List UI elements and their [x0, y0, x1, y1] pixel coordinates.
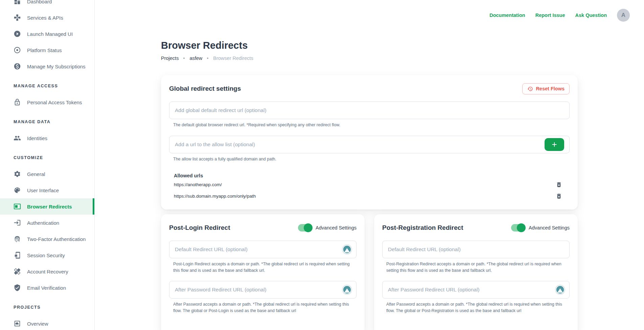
mountain-badge-icon[interactable]	[342, 285, 352, 295]
post-login-after-password-row	[169, 281, 356, 299]
sidebar-item-launch-managed-ui[interactable]: Launch Managed UI	[0, 26, 94, 42]
allowed-url-value: https://anotherapp.com/	[174, 182, 222, 187]
sidebar-item-label: Dashboard	[27, 0, 52, 4]
sidebar-section-manage-access: MANAGE ACCESS	[0, 78, 94, 94]
sidebar-item-services-apis[interactable]: Services & APIs	[0, 9, 94, 26]
sidebar-item-personal-access-tokens[interactable]: Personal Access Tokens	[0, 94, 94, 110]
post-registration-after-password-row	[382, 281, 570, 299]
advanced-settings-toggle[interactable]	[511, 224, 525, 232]
sidebar-item-label: General	[27, 171, 45, 177]
post-login-after-password-helper: After Password accepts a domain or path.…	[173, 301, 356, 314]
play-circle-icon	[14, 30, 21, 38]
mountain-badge-icon[interactable]	[555, 285, 565, 295]
documentation-link[interactable]: Documentation	[489, 13, 525, 18]
page-content: Browser Redirects Projects asfew Browser…	[161, 40, 578, 330]
sidebar: Dashboard Services & APIs Launch Managed…	[0, 0, 95, 330]
sidebar-item-manage-subscriptions[interactable]: Manage My Subscriptions	[0, 58, 94, 74]
sidebar-item-identities[interactable]: Identities	[0, 130, 94, 146]
gear-icon	[14, 170, 21, 178]
dashboard-icon	[14, 0, 21, 5]
sidebar-item-two-factor[interactable]: Two-Factor Authentication	[0, 231, 94, 247]
sidebar-item-label: Overview	[27, 321, 48, 327]
reset-flows-button[interactable]: Reset Flows	[522, 83, 570, 94]
breadcrumb-separator	[207, 58, 208, 59]
global-card-title: Global redirect settings	[169, 85, 241, 92]
sidebar-item-label: Authentication	[27, 220, 59, 226]
palette-icon	[14, 186, 21, 194]
breadcrumb-projects[interactable]: Projects	[161, 56, 179, 61]
platform-status-icon	[14, 46, 21, 54]
breadcrumb-current: Browser Redirects	[213, 56, 253, 61]
post-registration-default-helper: Post-Registration Redirect accepts a dom…	[386, 261, 570, 274]
topbar: Documentation Report Issue Ask Question …	[95, 0, 644, 30]
sidebar-item-user-interface[interactable]: User Interface	[0, 182, 94, 198]
global-default-url-row	[169, 102, 570, 119]
sidebar-item-overview[interactable]: Overview	[0, 315, 94, 330]
sidebar-item-label: Manage My Subscriptions	[27, 64, 86, 69]
sidebar-item-general[interactable]: General	[0, 166, 94, 182]
login-icon	[14, 219, 21, 226]
post-login-header: Post-Login Redirect Advanced Settings	[169, 222, 356, 233]
avatar[interactable]: A	[617, 9, 630, 22]
post-registration-after-password-input[interactable]	[382, 281, 570, 299]
breadcrumb-separator	[183, 58, 185, 59]
allowed-urls-title: Allowed urls	[174, 173, 570, 178]
sidebar-section-projects: PROJECTS	[0, 299, 94, 315]
cloud-box-icon	[14, 320, 21, 327]
flow-cards: Post-Login Redirect Advanced Settings Po…	[161, 214, 578, 330]
global-default-url-helper: The default global browser redirect url.…	[173, 122, 570, 128]
sidebar-item-label: Email Verification	[27, 285, 66, 291]
post-registration-after-password-helper: After Password accepts a domain or path.…	[386, 301, 570, 314]
delete-url-button[interactable]	[555, 192, 563, 200]
mountain-badge-icon[interactable]	[342, 244, 352, 255]
post-registration-header: Post-Registration Redirect Advanced Sett…	[382, 222, 570, 233]
post-login-title: Post-Login Redirect	[169, 224, 230, 232]
ask-question-link[interactable]: Ask Question	[575, 13, 607, 18]
allowed-url-row: https://sub.domain.myapp.com/only/path	[169, 191, 570, 201]
post-registration-default-url-row	[382, 241, 570, 258]
sidebar-item-label: Two-Factor Authentication	[27, 236, 86, 242]
toggle-knob	[517, 223, 526, 232]
allow-list-url-input[interactable]	[169, 136, 570, 153]
subscriptions-dollar-icon	[14, 63, 21, 70]
global-redirect-settings-card: Global redirect settings Reset Flows The…	[161, 75, 578, 210]
post-registration-default-url-input[interactable]	[382, 241, 570, 258]
people-icon	[14, 134, 21, 142]
post-login-after-password-input[interactable]	[169, 281, 356, 299]
toggle-knob	[304, 223, 313, 232]
allow-list-url-row	[169, 136, 570, 153]
shield-check-icon	[14, 284, 21, 291]
report-issue-link[interactable]: Report Issue	[535, 13, 565, 18]
sidebar-item-platform-status[interactable]: Platform Status	[0, 42, 94, 58]
advanced-settings-toggle[interactable]	[298, 224, 312, 232]
post-login-default-url-input[interactable]	[169, 241, 356, 258]
breadcrumb-project-name[interactable]: asfew	[189, 56, 202, 61]
sidebar-item-label: User Interface	[27, 188, 59, 193]
sidebar-item-dashboard[interactable]: Dashboard	[0, 0, 94, 9]
delete-url-button[interactable]	[555, 181, 563, 189]
sidebar-item-email-verification[interactable]: Email Verification	[0, 280, 94, 296]
sidebar-item-authentication[interactable]: Authentication	[0, 215, 94, 231]
trash-icon	[556, 193, 562, 199]
allowed-url-value: https://sub.domain.myapp.com/only/path	[174, 194, 256, 199]
fingerprint-icon	[14, 235, 21, 243]
history-icon	[527, 86, 533, 92]
post-login-default-helper: Post-Login Redirect accepts a domain or …	[173, 261, 356, 274]
global-default-url-input[interactable]	[169, 102, 570, 119]
lock-icon	[14, 98, 21, 106]
post-registration-redirect-card: Post-Registration Redirect Advanced Sett…	[374, 214, 578, 330]
sidebar-item-label: Services & APIs	[27, 15, 63, 21]
add-url-button[interactable]	[545, 138, 564, 151]
sidebar-item-label: Platform Status	[27, 47, 62, 53]
sidebar-item-session-security[interactable]: Session Security	[0, 247, 94, 263]
sidebar-item-browser-redirects[interactable]: Browser Redirects	[0, 198, 94, 215]
page-title: Browser Redirects	[161, 40, 578, 51]
post-login-advanced-settings: Advanced Settings	[298, 224, 356, 232]
sidebar-item-account-recovery[interactable]: Account Recovery	[0, 263, 94, 280]
browser-window-icon	[14, 203, 21, 210]
sidebar-item-label: Account Recovery	[27, 269, 68, 274]
sidebar-item-label: Browser Redirects	[27, 204, 72, 210]
phone-lock-icon	[14, 251, 21, 259]
allowed-url-row: https://anotherapp.com/	[169, 180, 570, 190]
reset-flows-label: Reset Flows	[536, 86, 565, 91]
